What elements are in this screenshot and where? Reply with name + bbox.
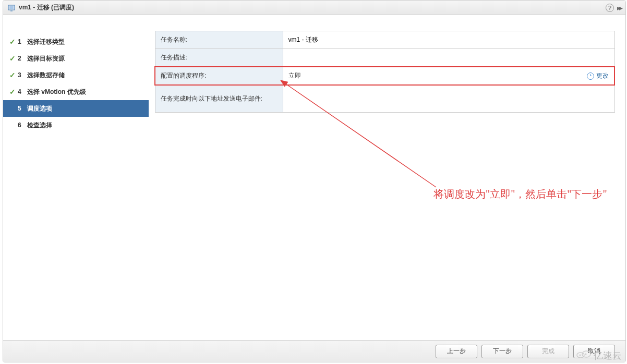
step-label: 选择迁移类型 [27, 38, 65, 46]
step-datastore[interactable]: ✓ 3 选择数据存储 [3, 67, 149, 83]
step-label: 检查选择 [27, 121, 52, 130]
task-name-label: 任务名称: [155, 31, 283, 49]
migration-wizard-dialog: vm1 - 迁移 (已调度) ? ▸▸ ✓ 1 选择迁移类型 ✓ 2 选择目标资… [3, 0, 626, 362]
step-migration-type[interactable]: ✓ 1 选择迁移类型 [3, 33, 149, 50]
task-desc-row: 任务描述: [155, 49, 614, 67]
email-input[interactable] [288, 90, 609, 106]
scheduler-label: 配置的调度程序: [155, 67, 283, 85]
wizard-steps-sidebar: ✓ 1 选择迁移类型 ✓ 2 选择目标资源 ✓ 3 选择数据存储 ✓ 4 选择 … [3, 15, 149, 340]
watermark: 亿速云 [576, 349, 622, 362]
step-label: 选择数据存储 [27, 71, 65, 80]
title-bar: vm1 - 迁移 (已调度) ? ▸▸ [3, 1, 625, 15]
annotation-text: 将调度改为"立即"，然后单击"下一步" [433, 187, 607, 201]
step-number: 3 [18, 71, 27, 79]
finish-button[interactable]: 完成 [527, 345, 569, 358]
check-icon: ✓ [9, 88, 18, 96]
clock-icon [587, 72, 594, 80]
step-number: 2 [18, 55, 27, 62]
help-icon[interactable]: ? [606, 4, 614, 12]
svg-point-8 [585, 354, 587, 355]
step-vmotion-priority[interactable]: ✓ 4 选择 vMotion 优先级 [3, 83, 149, 100]
svg-rect-1 [9, 6, 14, 9]
dialog-title: vm1 - 迁移 (已调度) [19, 3, 606, 12]
change-text: 更改 [596, 71, 609, 80]
step-number: 6 [18, 122, 27, 129]
step-target-resource[interactable]: ✓ 2 选择目标资源 [3, 50, 149, 67]
schedule-form: 任务名称: 任务描述: 配置的调度程序: 立即 [154, 31, 615, 113]
step-number: 1 [18, 38, 27, 45]
step-number: 4 [18, 88, 27, 95]
watermark-text: 亿速云 [594, 349, 622, 362]
step-number: 5 [18, 105, 27, 112]
check-icon: ✓ [9, 54, 18, 63]
step-label: 选择目标资源 [27, 54, 65, 63]
email-label: 任务完成时向以下地址发送电子邮件: [155, 85, 283, 113]
back-button[interactable]: 上一步 [436, 345, 477, 358]
task-desc-label: 任务描述: [155, 49, 283, 67]
step-label: 调度选项 [27, 104, 52, 113]
step-schedule-options[interactable]: ✓ 5 调度选项 [3, 100, 149, 117]
check-icon: ✓ [9, 38, 18, 46]
task-name-input[interactable] [288, 37, 609, 44]
expand-icon[interactable]: ▸▸ [617, 4, 621, 12]
content-panel: 任务名称: 任务描述: 配置的调度程序: 立即 [149, 15, 625, 340]
scheduler-row: 配置的调度程序: 立即 更改 [155, 67, 614, 85]
svg-point-7 [580, 355, 581, 356]
dialog-body: ✓ 1 选择迁移类型 ✓ 2 选择目标资源 ✓ 3 选择数据存储 ✓ 4 选择 … [3, 15, 625, 340]
watermark-cloud-icon [576, 349, 592, 362]
vm-icon [7, 4, 16, 12]
scheduler-value: 立即 [288, 72, 301, 79]
task-desc-input[interactable] [288, 54, 609, 62]
step-label: 选择 vMotion 优先级 [27, 88, 86, 96]
task-name-row: 任务名称: [155, 31, 614, 49]
dialog-footer: 上一步 下一步 完成 取消 [3, 340, 625, 362]
check-icon: ✓ [9, 71, 18, 79]
change-schedule-link[interactable]: 更改 [587, 71, 609, 80]
email-row: 任务完成时向以下地址发送电子邮件: [155, 85, 614, 113]
next-button[interactable]: 下一步 [481, 345, 523, 358]
step-review[interactable]: ✓ 6 检查选择 [3, 117, 149, 134]
